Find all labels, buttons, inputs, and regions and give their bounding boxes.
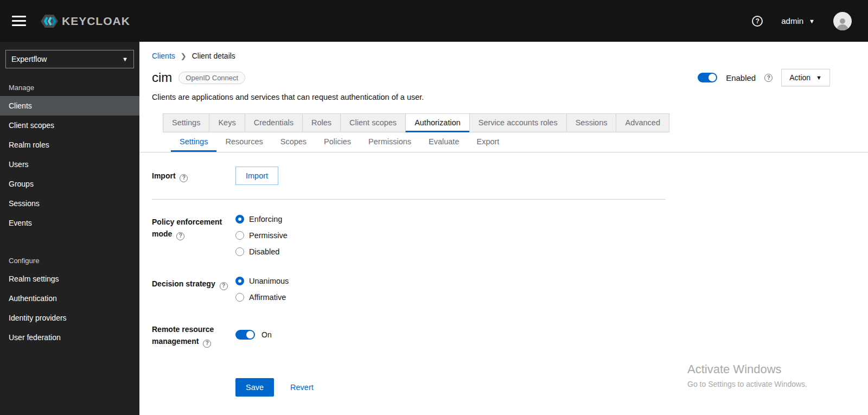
subtab-scopes[interactable]: Scopes [272, 132, 315, 152]
avatar[interactable] [833, 12, 852, 30]
radio-enforcing-input[interactable] [235, 215, 244, 224]
tab-service-accounts-roles[interactable]: Service accounts roles [469, 113, 567, 132]
radio-permissive[interactable]: Permissive [235, 231, 666, 240]
radio-unanimous[interactable]: Unanimous [235, 277, 666, 285]
primary-tabs: Settings Keys Credentials Roles Client s… [163, 113, 868, 132]
action-dropdown-button[interactable]: Action ▼ [781, 69, 830, 86]
breadcrumb-separator-icon: ❯ [181, 52, 187, 60]
chevron-down-icon: ▼ [809, 18, 815, 24]
sidebar-item-identity-providers[interactable]: Identity providers [0, 308, 139, 328]
sidebar-item-users[interactable]: Users [0, 155, 139, 174]
policy-enforcement-mode-label: Policy enforcement mode ? [152, 213, 235, 256]
subtab-policies[interactable]: Policies [315, 132, 360, 152]
sidebar-item-sessions[interactable]: Sessions [0, 194, 139, 213]
help-icon[interactable]: ? [752, 16, 763, 27]
tab-client-scopes[interactable]: Client scopes [340, 113, 406, 132]
policy-enforcement-radio-group: Enforcing Permissive Disabled [235, 213, 666, 256]
tab-settings[interactable]: Settings [163, 113, 209, 132]
breadcrumb: Clients ❯ Client details [152, 52, 868, 60]
radio-affirmative-input[interactable] [235, 293, 244, 302]
page-description: Clients are applications and services th… [152, 93, 868, 101]
topbar: KEYCLOAK ? admin ▼ [0, 0, 868, 42]
subtab-permissions[interactable]: Permissions [360, 132, 420, 152]
realm-selector[interactable]: Expertflow ▼ [5, 50, 134, 68]
sidebar-item-clients[interactable]: Clients [0, 96, 139, 116]
breadcrumb-current: Client details [192, 52, 235, 60]
radio-permissive-input[interactable] [235, 231, 244, 240]
import-label: Import ? [152, 167, 235, 185]
authorization-settings-form: Import ? Import Policy enforcement mode … [152, 167, 666, 397]
keycloak-logo-icon [40, 12, 59, 30]
radio-enforcing[interactable]: Enforcing [235, 215, 666, 224]
remote-resource-management-label: Remote resource management ? [152, 320, 235, 348]
breadcrumb-clients-link[interactable]: Clients [152, 52, 175, 60]
policy-enforcement-help-icon[interactable]: ? [176, 232, 184, 240]
main-content: Clients ❯ Client details cim OpenID Conn… [139, 42, 868, 415]
remote-resource-help-icon[interactable]: ? [203, 340, 211, 348]
sidebar-item-realm-roles[interactable]: Realm roles [0, 135, 139, 155]
secondary-tabs: Settings Resources Scopes Policies Permi… [139, 132, 868, 152]
divider [152, 199, 666, 200]
user-menu[interactable]: admin ▼ [781, 16, 815, 25]
import-button[interactable]: Import [235, 167, 278, 185]
decision-strategy-label: Decision strategy ? [152, 274, 235, 302]
chevron-down-icon: ▼ [122, 56, 128, 62]
radio-affirmative[interactable]: Affirmative [235, 293, 666, 302]
decision-strategy-help-icon[interactable]: ? [220, 282, 228, 290]
radio-disabled[interactable]: Disabled [235, 247, 666, 256]
tab-keys[interactable]: Keys [209, 113, 245, 132]
windows-activation-watermark: Activate Windows Go to Settings to activ… [687, 362, 807, 388]
page-title: cim [152, 70, 172, 85]
brand-logo[interactable]: KEYCLOAK [40, 12, 130, 30]
sidebar-item-realm-settings[interactable]: Realm settings [0, 269, 139, 289]
revert-button[interactable]: Revert [290, 383, 314, 392]
sidebar-item-authentication[interactable]: Authentication [0, 289, 139, 308]
tab-roles[interactable]: Roles [302, 113, 341, 132]
radio-unanimous-input[interactable] [235, 277, 244, 285]
subtab-resources[interactable]: Resources [216, 132, 271, 152]
remote-resource-state: On [261, 330, 272, 339]
enabled-label: Enabled [726, 73, 756, 82]
decision-strategy-radio-group: Unanimous Affirmative [235, 274, 666, 302]
brand-text: KEYCLOAK [62, 15, 130, 28]
tab-credentials[interactable]: Credentials [245, 113, 303, 132]
sidebar-item-groups[interactable]: Groups [0, 174, 139, 194]
radio-disabled-input[interactable] [235, 247, 244, 256]
nav-section-manage: Manage [0, 74, 139, 96]
sidebar-item-events[interactable]: Events [0, 213, 139, 233]
subtab-export[interactable]: Export [468, 132, 508, 152]
import-help-icon[interactable]: ? [180, 174, 188, 182]
chevron-down-icon: ▼ [816, 74, 822, 81]
hamburger-menu-icon[interactable] [12, 16, 26, 26]
nav-section-configure: Configure [0, 247, 139, 269]
remote-resource-toggle[interactable] [235, 330, 255, 340]
user-name: admin [781, 16, 803, 25]
save-button[interactable]: Save [235, 378, 274, 397]
sidebar-item-client-scopes[interactable]: Client scopes [0, 116, 139, 135]
tab-sessions[interactable]: Sessions [566, 113, 617, 132]
protocol-badge: OpenID Connect [178, 72, 245, 84]
tab-advanced[interactable]: Advanced [616, 113, 669, 132]
tab-authorization[interactable]: Authorization [405, 113, 470, 132]
sidebar-item-user-federation[interactable]: User federation [0, 328, 139, 347]
enabled-help-icon[interactable]: ? [764, 74, 773, 82]
subtab-settings[interactable]: Settings [171, 132, 216, 152]
subtab-evaluate[interactable]: Evaluate [420, 132, 468, 152]
enabled-toggle[interactable] [698, 73, 717, 82]
sidebar: Expertflow ▼ Manage Clients Client scope… [0, 42, 139, 415]
realm-selector-value: Expertflow [11, 55, 47, 63]
